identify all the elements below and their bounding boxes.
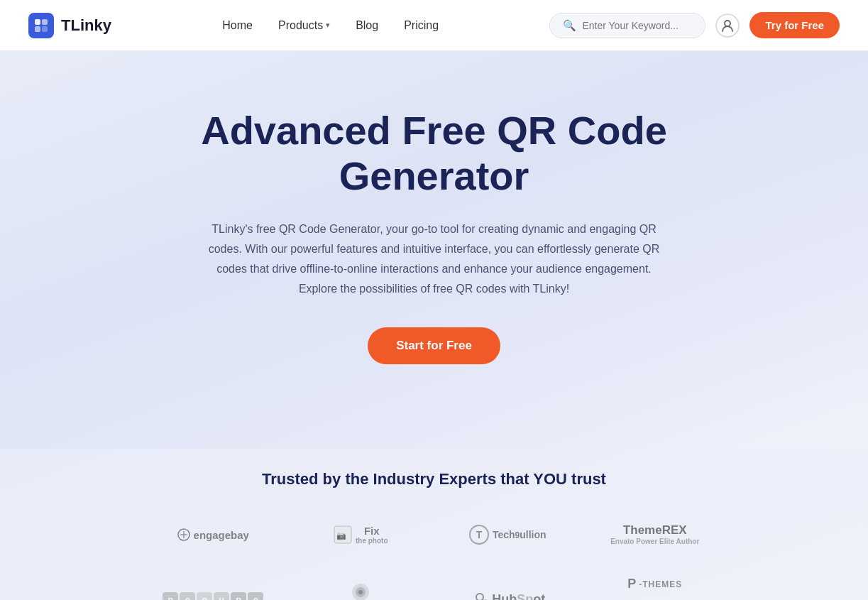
hero-title: Advanced Free QR Code Generator bbox=[129, 108, 740, 200]
svg-point-4 bbox=[725, 21, 730, 26]
logo-pthemes-saashub: P -THEMES SaaSHub bbox=[592, 569, 718, 600]
chevron-down-icon: ▾ bbox=[326, 21, 330, 30]
svg-rect-1 bbox=[42, 19, 48, 25]
nav-pricing[interactable]: Pricing bbox=[404, 19, 439, 32]
nav-home[interactable]: Home bbox=[222, 19, 253, 32]
logo-noupe: n e o u p e bbox=[150, 569, 277, 600]
search-icon: 🔍 bbox=[563, 19, 576, 32]
logo-icon bbox=[28, 13, 54, 38]
search-input[interactable] bbox=[582, 20, 696, 31]
navbar-actions: 🔍 Try for Free bbox=[549, 12, 840, 38]
hero-section: Advanced Free QR Code Generator TLinky's… bbox=[0, 51, 868, 449]
svg-text:📷: 📷 bbox=[336, 530, 346, 540]
brand-name: TLinky bbox=[61, 16, 111, 35]
brand-logo[interactable]: TLinky bbox=[28, 13, 111, 38]
trusted-title: Trusted by the Industry Experts that YOU… bbox=[28, 470, 840, 489]
logo-hubspot: HubSpot bbox=[445, 569, 571, 600]
user-icon[interactable] bbox=[715, 13, 740, 38]
logo-astra: ASTRA bbox=[297, 569, 424, 600]
svg-rect-2 bbox=[35, 26, 40, 32]
logo-engagebay: engagebay bbox=[150, 514, 277, 555]
svg-rect-3 bbox=[42, 26, 48, 32]
hero-description: TLinky's free QR Code Generator, your go… bbox=[200, 219, 669, 299]
nav-blog[interactable]: Blog bbox=[356, 19, 378, 32]
trusted-logos-grid: engagebay 📷 Fix the photo T Tech9ullion bbox=[150, 514, 718, 600]
trusted-section: Trusted by the Industry Experts that YOU… bbox=[0, 449, 868, 600]
hero-cta-button[interactable]: Start for Free bbox=[368, 327, 500, 364]
svg-point-12 bbox=[358, 590, 363, 594]
try-free-button[interactable]: Try for Free bbox=[749, 12, 840, 38]
nav-links: Home Products ▾ Blog Pricing bbox=[222, 19, 439, 32]
nav-products[interactable]: Products ▾ bbox=[278, 19, 330, 32]
svg-point-13 bbox=[476, 594, 483, 601]
logo-themerex: ThemeREX Envato Power Elite Author bbox=[592, 514, 718, 555]
search-bar[interactable]: 🔍 bbox=[549, 13, 705, 38]
svg-rect-0 bbox=[35, 19, 40, 25]
navbar: TLinky Home Products ▾ Blog Pricing 🔍 Tr… bbox=[0, 0, 868, 51]
logo-fixthephoto: 📷 Fix the photo bbox=[297, 514, 424, 555]
logo-techbullion: T Tech9ullion bbox=[445, 514, 571, 555]
